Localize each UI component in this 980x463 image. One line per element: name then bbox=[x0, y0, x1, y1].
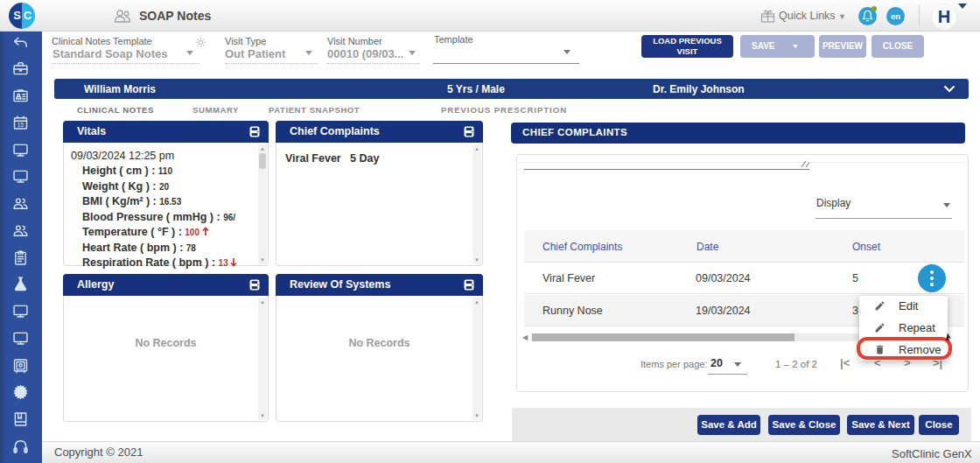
svg-text:15: 15 bbox=[18, 122, 24, 128]
